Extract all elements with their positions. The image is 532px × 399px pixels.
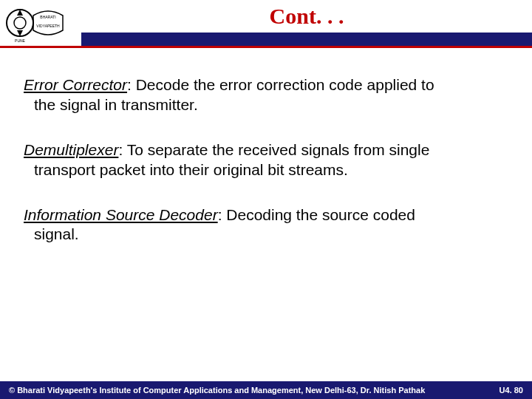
university-logo-icon: BHARATI VIDYAPEETH PUNE — [4, 2, 78, 44]
term: Demultiplexer — [24, 141, 118, 158]
desc-text-cont: transport packet into their original bit… — [24, 160, 508, 180]
term: Error Corrector — [24, 76, 127, 93]
header-underline — [0, 46, 532, 48]
desc-text-cont: signal. — [24, 225, 508, 245]
svg-point-1 — [14, 17, 26, 29]
svg-text:BHARATI: BHARATI — [40, 15, 55, 19]
desc-text: : Decode the error correction code appli… — [127, 76, 434, 93]
slide-title: Cont. . . — [270, 4, 344, 29]
footer-bar: © Bharati Vidyapeeth's Institute of Comp… — [0, 381, 532, 399]
desc-text: : Decoding the source coded — [218, 206, 415, 223]
paragraph-info-source-decoder: Information Source Decoder: Decoding the… — [24, 205, 508, 245]
paragraph-demultiplexer: Demultiplexer: To separate the received … — [24, 140, 508, 180]
logo: BHARATI VIDYAPEETH PUNE — [0, 0, 81, 46]
desc-text-cont: the signal in transmitter. — [24, 95, 508, 115]
footer-page-number: U4. 80 — [499, 386, 523, 395]
paragraph-error-corrector: Error Corrector: Decode the error correc… — [24, 75, 508, 115]
desc-text: : To separate the received signals from … — [118, 141, 429, 158]
slide: BHARATI VIDYAPEETH PUNE Cont. . . Error … — [0, 0, 532, 399]
svg-text:VIDYAPEETH: VIDYAPEETH — [36, 24, 60, 28]
title-area: Cont. . . — [81, 0, 532, 33]
content-area: Error Corrector: Decode the error correc… — [24, 75, 508, 270]
term: Information Source Decoder — [24, 206, 218, 223]
title-strip — [81, 33, 532, 46]
footer-copyright: © Bharati Vidyapeeth's Institute of Comp… — [9, 386, 425, 395]
svg-text:PUNE: PUNE — [15, 38, 26, 43]
